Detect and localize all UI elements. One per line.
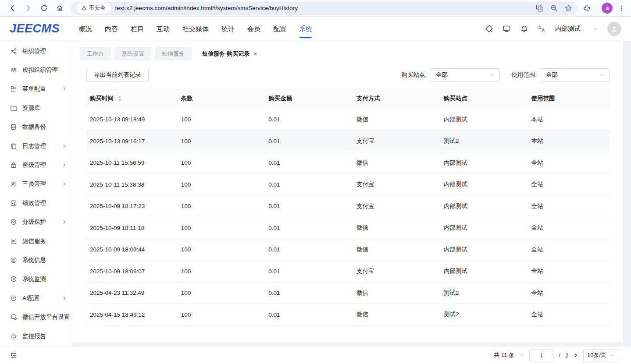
table-row[interactable]: 2025-10-09 18:11:181000.01微信内部测试全站 [86, 217, 610, 239]
table-row[interactable]: 2025-10-09 18:17:231000.01支付宝内部测试全站 [86, 195, 610, 217]
sort-icon[interactable] [118, 96, 121, 101]
svg-text:A: A [540, 8, 542, 11]
sidebar-item-system-monitor[interactable]: 系统监测 [0, 270, 73, 289]
pagination: 共 11 条 / 2 10条/页 [494, 350, 618, 361]
tab-bar: 工作台 系统设置 短信服务 短信服务-购买记录 × [73, 41, 623, 64]
browser-menu-icon[interactable] [618, 5, 625, 12]
jeecms-logo[interactable]: JEECMS [10, 22, 60, 35]
zoom-out-icon[interactable] [550, 4, 558, 12]
table-row[interactable]: 2025-04-23 11:32:491000.01微信测试2全站 [86, 282, 610, 304]
language-icon[interactable]: 文A [538, 25, 546, 33]
tab-sms-buy-history[interactable]: 短信服务-购买记录 × [195, 47, 264, 60]
table-row[interactable]: 2025-10-09 18:09:071000.01支付宝内部测试全站 [86, 261, 610, 283]
logs-icon [10, 143, 17, 150]
system-info-icon [10, 257, 17, 264]
scope-select[interactable]: 全部 [541, 68, 610, 81]
tab-system-settings[interactable]: 系统设置 [114, 47, 151, 60]
collapse-sidebar-icon[interactable] [10, 352, 17, 359]
ai-icon: AI [10, 295, 17, 302]
next-page-icon[interactable] [573, 353, 578, 358]
tab-label: 短信服务 [162, 50, 185, 58]
col-pay-method: 支付方式 [353, 88, 440, 109]
sidebar-item-label: AI配置 [22, 294, 62, 302]
sidebar-item-menu-config[interactable]: 菜单配置 [0, 80, 73, 99]
sidebar-item-label: 资源库 [22, 104, 67, 112]
sidebar-item-label: 系统监测 [22, 275, 67, 283]
warning-icon [81, 5, 87, 11]
sidebar-item-label: 分级保护 [22, 218, 62, 226]
site-switcher[interactable]: 内部测试 [555, 25, 598, 33]
nav-system[interactable]: 系统 [299, 17, 312, 41]
screen-monitor-icon[interactable] [503, 25, 511, 33]
tab-sms-service[interactable]: 短信服务 [155, 47, 192, 60]
table-row[interactable]: 2025-10-13 09:18:491000.01微信内部测试本站 [86, 109, 610, 131]
export-button[interactable]: 导出当前列表记录 [86, 69, 149, 81]
nav-columns[interactable]: 栏目 [131, 17, 144, 41]
browser-profile-avatar[interactable] [602, 3, 613, 14]
sidebar-item-monitoring-report[interactable]: 监控报告 [0, 327, 73, 346]
clear-cache-icon[interactable] [485, 25, 493, 33]
chevron-down-icon [610, 353, 614, 358]
browser-back-icon[interactable] [6, 2, 19, 15]
tab-workbench[interactable]: 工作台 [80, 47, 111, 60]
bookmark-star-icon[interactable] [565, 4, 572, 12]
page-size-select[interactable]: 10条/页 [583, 350, 618, 361]
browser-toolbar: 不安全 test.x2.jeecms.com/admin/index.html#… [0, 0, 631, 17]
close-icon[interactable]: × [253, 51, 257, 57]
main-area: 工作台 系统设置 短信服务 短信服务-购买记录 × 导出当前列表记录 购买站点: [73, 41, 631, 346]
sidebar-item-graded-protection[interactable]: 分级保护 [0, 213, 73, 232]
sidebar-item-label: 密级管理 [22, 161, 62, 169]
nav-members[interactable]: 会员 [247, 17, 260, 41]
table-row[interactable]: 2025-10-13 09:16:171000.01支付宝测试2本站 [86, 131, 610, 152]
sidebar-item-label: 微信开放平台设置 [22, 313, 70, 321]
table-row[interactable]: 2025-10-11 15:38:381000.01支付宝内部测试全站 [86, 174, 610, 196]
user-avatar[interactable] [607, 22, 621, 36]
sidebar-item-log-management[interactable]: 日志管理 [0, 137, 73, 155]
sidebar-item-data-backup[interactable]: 数据备份 [0, 118, 73, 137]
sidebar-item-resource-library[interactable]: 资源库 [0, 99, 73, 117]
sidebar-item-label: 数据备份 [22, 123, 67, 131]
sidebar-item-wechat-open-platform[interactable]: 微信开放平台设置 [0, 307, 73, 326]
prev-page-icon[interactable] [519, 353, 524, 358]
table-row[interactable]: 2025-10-09 18:09:441000.01微信内部测试全站 [86, 239, 610, 261]
sidebar-item-org-management[interactable]: 组织管理 [0, 42, 73, 60]
extensions-icon[interactable] [583, 4, 591, 12]
database-icon [10, 124, 17, 131]
col-amount: 购买金额 [265, 88, 353, 109]
table-header-row: 购买时间 条数 购买金额 支付方式 购买站点 使用范围 [86, 88, 610, 109]
nav-overview[interactable]: 概况 [79, 17, 92, 41]
url-text[interactable]: test.x2.jeecms.com/admin/index.html#/sys… [115, 5, 536, 11]
translate-icon[interactable]: 文A [536, 4, 543, 12]
sidebar-item-ai-config[interactable]: AI AI配置 [0, 289, 73, 307]
nav-content[interactable]: 内容 [105, 17, 118, 41]
sidebar-item-security-level[interactable]: 密级管理 [0, 155, 73, 174]
sidebar-item-label: 系统信息 [22, 256, 67, 264]
browser-home-icon[interactable] [53, 2, 66, 15]
menu-config-icon [10, 85, 17, 92]
sidebar-item-virtual-org[interactable]: 虚拟组织管理 [0, 60, 73, 79]
security-badge[interactable]: 不安全 [76, 3, 111, 14]
page-input[interactable] [529, 350, 554, 361]
nav-social-media[interactable]: 社交媒体 [182, 17, 209, 41]
table-row[interactable]: 2025-04-15 18:49:121000.01微信测试2全站 [86, 304, 610, 326]
browser-reload-icon[interactable] [37, 2, 50, 15]
sidebar-item-sms-service[interactable]: 短信服务 [0, 232, 73, 251]
buy-site-select[interactable]: 全部 [431, 68, 500, 81]
sidebar-item-three-admin[interactable]: 三员管理 [0, 175, 73, 194]
table-row[interactable]: 2025-10-11 15:56:591000.01微信内部测试全站 [86, 152, 610, 174]
sidebar-item-system-info[interactable]: 系统信息 [0, 251, 73, 269]
chevron-right-icon [62, 163, 67, 167]
sidebar-item-performance[interactable]: 绩效管理 [0, 194, 73, 212]
url-bar[interactable]: 不安全 test.x2.jeecms.com/admin/index.html#… [71, 2, 578, 15]
col-buy-site: 购买站点 [440, 88, 528, 109]
nav-statistics[interactable]: 统计 [221, 17, 235, 41]
tab-label: 工作台 [87, 50, 104, 58]
filter-buy-site: 购买站点: 全部 [401, 68, 500, 81]
sidebar-item-label: 三员管理 [22, 180, 62, 188]
notification-bell-icon[interactable] [520, 25, 528, 33]
nav-interaction[interactable]: 互动 [157, 17, 170, 41]
nav-settings[interactable]: 配置 [273, 17, 286, 41]
sidebar: 组织管理 虚拟组织管理 菜单配置 资源库 数据备份 日志管理 密级管理 [0, 41, 73, 346]
browser-forward-icon[interactable] [21, 2, 35, 15]
total-count: 共 11 条 [494, 351, 514, 359]
